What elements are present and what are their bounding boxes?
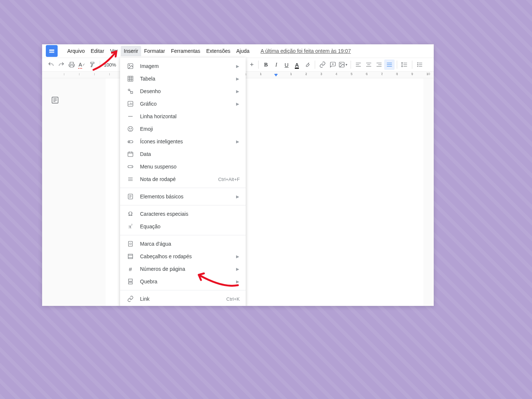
ruler-indent-marker[interactable] bbox=[274, 74, 278, 76]
insert-menu-tabela[interactable]: Tabela▶ bbox=[120, 72, 246, 85]
submenu-arrow-icon: ▶ bbox=[236, 102, 240, 106]
italic-button[interactable]: I bbox=[271, 59, 282, 70]
insert-menu-cabe-alhos-e-rodap-s[interactable]: Cabeçalhos e rodapés▶ bbox=[120, 250, 246, 263]
menu-item-label: Ícones inteligentes bbox=[140, 139, 236, 144]
highlight-button[interactable] bbox=[302, 59, 313, 70]
emoji-icon bbox=[126, 126, 135, 132]
insert-menu-imagem[interactable]: Imagem▶ bbox=[120, 60, 246, 72]
insert-link-button[interactable] bbox=[317, 59, 328, 70]
menu-item-label: Marca d'água bbox=[140, 241, 240, 247]
svg-rect-7 bbox=[131, 92, 133, 93]
toolbar-separator bbox=[351, 61, 351, 69]
svg-rect-17 bbox=[129, 241, 133, 246]
menu-editar[interactable]: Editar bbox=[88, 46, 107, 56]
line-spacing-button[interactable] bbox=[399, 59, 410, 70]
insert-menu-n-meros-de-p-gina[interactable]: #Números de página▶ bbox=[120, 263, 246, 275]
chart-icon bbox=[126, 100, 135, 107]
align-left-button[interactable] bbox=[353, 59, 364, 70]
last-edit-link[interactable]: A última edição foi feita ontem às 19:07 bbox=[260, 48, 351, 54]
omega-icon: Ω bbox=[126, 211, 135, 217]
insert-menu-gr-fico[interactable]: Gráfico▶ bbox=[120, 98, 246, 110]
menu-formatar[interactable]: Formatar bbox=[141, 46, 168, 56]
insert-menu--cones-inteligentes[interactable]: Ícones inteligentes▶ bbox=[120, 135, 246, 148]
menu-ajuda[interactable]: Ajuda bbox=[233, 46, 253, 56]
outline-toggle-icon[interactable] bbox=[51, 96, 60, 105]
spellcheck-button[interactable]: A✓ bbox=[77, 59, 87, 70]
insert-menu-data[interactable]: Data bbox=[120, 148, 246, 160]
submenu-arrow-icon: ▶ bbox=[236, 64, 240, 69]
svg-point-9 bbox=[128, 126, 133, 132]
insert-menu-linha-horizontal[interactable]: Linha horizontal bbox=[120, 110, 246, 123]
insert-image-button[interactable]: ▼ bbox=[338, 59, 348, 70]
pi-icon: π² bbox=[126, 224, 135, 230]
menu-item-label: Equação bbox=[140, 224, 240, 229]
menu-item-label: Emoji bbox=[140, 126, 240, 132]
toolbar-separator bbox=[100, 61, 100, 69]
insert-menu-elementos-b-sicos[interactable]: Elementos básicos▶ bbox=[120, 190, 246, 203]
menu-item-label: Quebra bbox=[140, 279, 236, 284]
menu-item-label: Números de página bbox=[140, 266, 236, 272]
menu-shortcut: Ctrl+K bbox=[226, 296, 240, 302]
insert-menu-equa-o[interactable]: π²Equação bbox=[120, 220, 246, 233]
submenu-arrow-icon: ▶ bbox=[236, 254, 240, 259]
menu-separator bbox=[120, 188, 246, 188]
insert-menu-quebra[interactable]: Quebra▶ bbox=[120, 275, 246, 288]
footnote-icon bbox=[126, 176, 135, 183]
underline-button[interactable]: U bbox=[282, 59, 292, 70]
submenu-arrow-icon: ▶ bbox=[236, 267, 240, 272]
toolbar-separator bbox=[397, 61, 397, 69]
insert-menu-emoji[interactable]: Emoji bbox=[120, 123, 246, 135]
menu-arquivo[interactable]: Arquivo bbox=[64, 46, 88, 56]
svg-point-13 bbox=[129, 141, 130, 142]
menu-ferramentas[interactable]: Ferramentas bbox=[168, 46, 203, 56]
menu-extensões[interactable]: Extensões bbox=[203, 46, 233, 56]
menu-item-label: Tabela bbox=[140, 76, 236, 82]
insert-menu-link[interactable]: LinkCtrl+K bbox=[120, 293, 246, 305]
paint-format-button[interactable] bbox=[87, 59, 98, 70]
insert-menu-desenho[interactable]: Desenho▶ bbox=[120, 85, 246, 98]
submenu-arrow-icon: ▶ bbox=[236, 139, 240, 144]
docs-logo-icon[interactable] bbox=[46, 45, 58, 57]
watermark-icon bbox=[126, 241, 135, 247]
align-right-button[interactable] bbox=[374, 59, 384, 70]
docs-app-window: ArquivoEditarVerInserirFormatarFerrament… bbox=[42, 44, 434, 306]
menu-separator bbox=[120, 205, 246, 205]
svg-rect-21 bbox=[129, 282, 133, 284]
insert-menu-marca-d-gua[interactable]: Marca d'água bbox=[120, 238, 246, 250]
smart-chips-icon bbox=[126, 138, 135, 145]
menu-inserir[interactable]: Inserir bbox=[121, 46, 141, 56]
font-size-increase[interactable]: + bbox=[248, 61, 256, 69]
svg-point-18 bbox=[130, 243, 132, 245]
svg-rect-14 bbox=[128, 152, 133, 157]
add-comment-button[interactable] bbox=[328, 59, 338, 70]
link-icon bbox=[126, 296, 135, 302]
checklist-button[interactable] bbox=[415, 59, 425, 70]
undo-button[interactable] bbox=[46, 59, 56, 70]
align-center-button[interactable] bbox=[364, 59, 374, 70]
insert-menu-caracteres-especiais[interactable]: ΩCaracteres especiais bbox=[120, 208, 246, 220]
print-button[interactable] bbox=[66, 59, 77, 70]
svg-point-4 bbox=[129, 65, 130, 65]
menu-item-label: Desenho bbox=[140, 88, 236, 94]
menu-item-label: Nota de rodapé bbox=[140, 176, 218, 182]
hash-icon: # bbox=[126, 266, 135, 272]
align-justify-button[interactable] bbox=[384, 59, 395, 70]
toolbar-separator bbox=[412, 61, 412, 69]
image-icon bbox=[126, 63, 135, 69]
insert-menu-menu-suspenso[interactable]: Menu suspenso bbox=[120, 160, 246, 173]
redo-button[interactable] bbox=[56, 59, 66, 70]
toolbar-separator bbox=[315, 61, 315, 69]
menu-item-label: Cabeçalhos e rodapés bbox=[140, 253, 236, 259]
insert-menu-nota-de-rodap-[interactable]: Nota de rodapéCtrl+Alt+F bbox=[120, 173, 246, 185]
bold-button[interactable]: B bbox=[261, 59, 271, 70]
menu-item-label: Link bbox=[140, 296, 226, 302]
menu-item-label: Menu suspenso bbox=[140, 164, 240, 170]
menu-separator bbox=[120, 290, 246, 290]
menu-item-label: Gráfico bbox=[140, 101, 236, 107]
zoom-select[interactable]: 100% bbox=[102, 62, 117, 68]
menu-separator bbox=[120, 235, 246, 235]
menu-ver[interactable]: Ver bbox=[107, 46, 121, 56]
text-color-button[interactable]: A bbox=[292, 59, 302, 70]
dropdown-icon bbox=[126, 163, 135, 170]
svg-point-1 bbox=[340, 63, 341, 64]
